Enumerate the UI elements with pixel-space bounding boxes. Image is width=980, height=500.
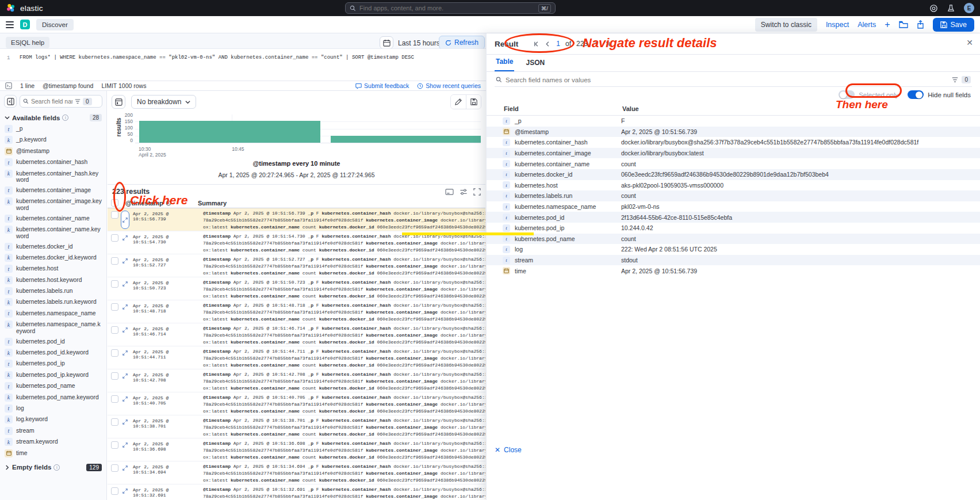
tab-json[interactable]: JSON xyxy=(525,59,546,71)
row-checkbox[interactable] xyxy=(111,372,118,380)
field-item[interactable]: klog.keyword xyxy=(5,415,102,423)
field-item[interactable]: tkubernetes.pod_ip xyxy=(5,360,102,368)
histogram-bar[interactable] xyxy=(331,136,481,143)
field-item[interactable]: kkubernetes.container_name.keyword xyxy=(5,226,102,239)
row-checkbox[interactable] xyxy=(111,280,118,288)
expand-row-icon[interactable] xyxy=(121,211,129,229)
breakdown-select[interactable]: No breakdown xyxy=(131,95,196,109)
expand-row-icon[interactable] xyxy=(121,303,129,311)
field-item[interactable]: tkubernetes.labels.run xyxy=(5,287,102,295)
row-checkbox[interactable] xyxy=(111,441,118,449)
row-checkbox[interactable] xyxy=(111,487,118,495)
field-item[interactable]: kkubernetes.docker_id.keyword xyxy=(5,254,102,262)
expand-row-icon[interactable] xyxy=(121,257,129,265)
field-item[interactable]: kkubernetes.container_image.keyword xyxy=(5,197,102,211)
open-folder-icon[interactable] xyxy=(899,21,908,29)
save-button[interactable]: Save xyxy=(933,18,975,32)
row-checkbox[interactable] xyxy=(111,349,118,357)
collapse-sidebar-icon[interactable] xyxy=(4,95,17,108)
field-item[interactable]: t_p xyxy=(5,125,102,133)
field-item[interactable]: @timestamp xyxy=(5,147,102,155)
field-item[interactable]: k_p.keyword xyxy=(5,136,102,144)
field-item[interactable]: tkubernetes.container_image xyxy=(5,186,102,194)
expand-row-icon[interactable] xyxy=(121,441,129,449)
alerts-button[interactable]: Alerts xyxy=(858,21,876,29)
row-checkbox[interactable] xyxy=(111,234,118,242)
field-item[interactable]: tkubernetes.pod_name xyxy=(5,382,102,390)
expand-row-icon[interactable] xyxy=(121,487,129,495)
timestamp-column-header[interactable]: @timestamp xyxy=(125,200,196,207)
show-recent-queries-link[interactable]: Show recent queries xyxy=(417,82,481,89)
user-avatar[interactable]: E xyxy=(964,3,974,13)
prev-page-icon[interactable] xyxy=(545,41,551,47)
date-picker-button[interactable] xyxy=(380,36,393,49)
new-search-icon[interactable]: + xyxy=(885,20,890,30)
grid-settings-icon[interactable] xyxy=(460,188,468,196)
fullscreen-icon[interactable] xyxy=(473,188,481,196)
esql-help-button[interactable]: ES|QL help xyxy=(6,37,49,48)
row-checkbox[interactable] xyxy=(111,418,118,426)
select-all-checkbox[interactable] xyxy=(111,199,118,207)
field-item[interactable]: tkubernetes.container_name xyxy=(5,215,102,223)
expand-row-icon[interactable] xyxy=(121,234,129,242)
menu-icon[interactable] xyxy=(6,21,14,28)
row-checkbox[interactable] xyxy=(111,395,118,403)
last-page-icon[interactable] xyxy=(604,41,611,47)
field-item[interactable]: tkubernetes.docker_id xyxy=(5,243,102,251)
field-item[interactable]: kkubernetes.pod_ip.keyword xyxy=(5,371,102,379)
toggle-off-switch[interactable] xyxy=(839,90,855,99)
flyout-search-input[interactable] xyxy=(506,77,948,83)
row-checkbox[interactable] xyxy=(111,326,118,334)
summary-column-header[interactable]: Summary xyxy=(198,200,227,207)
space-badge[interactable]: D xyxy=(20,20,30,29)
field-item[interactable]: kkubernetes.namespace_name.keyword xyxy=(5,320,102,334)
current-page[interactable]: 1 xyxy=(556,40,560,48)
field-item[interactable]: tstream xyxy=(5,427,102,435)
esql-editor[interactable]: 1 FROM logs* | WHERE kubernetes.namespac… xyxy=(0,48,486,81)
global-search[interactable]: ⌘/ xyxy=(345,2,556,14)
inspect-button[interactable]: Inspect xyxy=(826,21,849,29)
empty-fields-header[interactable]: Empty fields i 129 xyxy=(0,460,106,474)
first-page-icon[interactable] xyxy=(533,41,539,47)
field-item[interactable]: tkubernetes.namespace_name xyxy=(5,310,102,318)
save-visualization-icon[interactable] xyxy=(466,95,481,109)
field-item[interactable]: kkubernetes.pod_name.keyword xyxy=(5,394,102,402)
edit-visualization-icon[interactable] xyxy=(451,95,466,109)
expand-row-icon[interactable] xyxy=(121,326,129,334)
expand-row-icon[interactable] xyxy=(121,418,129,426)
field-item[interactable]: kkubernetes.pod_id.keyword xyxy=(5,349,102,357)
chart-options-icon[interactable] xyxy=(112,95,125,109)
field-item[interactable]: tkubernetes.container_hash xyxy=(5,158,102,166)
flyout-search[interactable]: 0 xyxy=(495,76,972,87)
available-fields-header[interactable]: Available fields i 28 xyxy=(0,110,106,124)
breadcrumb[interactable]: Discover xyxy=(36,19,74,30)
expand-row-icon[interactable] xyxy=(121,395,129,403)
row-checkbox[interactable] xyxy=(111,303,118,311)
refresh-button[interactable]: Refresh xyxy=(439,36,485,49)
expand-row-icon[interactable] xyxy=(121,464,129,472)
expand-row-icon[interactable] xyxy=(121,349,129,357)
editor-footer-icon[interactable] xyxy=(5,82,12,89)
value-column-header[interactable]: Value xyxy=(622,105,639,112)
dev-tools-icon[interactable] xyxy=(947,4,955,13)
close-flyout-icon[interactable]: ✕ xyxy=(966,38,973,47)
submit-feedback-link[interactable]: Submit feedback xyxy=(355,82,409,89)
field-item[interactable]: kstream.keyword xyxy=(5,438,102,446)
close-button[interactable]: ✕ Close xyxy=(495,446,522,454)
time-range-button[interactable]: Last 15 hours xyxy=(398,39,440,47)
share-icon[interactable] xyxy=(917,20,924,29)
tab-table[interactable]: Table xyxy=(495,58,514,71)
expand-row-icon[interactable] xyxy=(121,280,129,288)
switch-to-classic-button[interactable]: Switch to classic xyxy=(755,18,817,32)
next-page-icon[interactable] xyxy=(593,41,599,47)
field-search-input[interactable] xyxy=(31,98,72,105)
selected-only-toggle[interactable]: Selected only xyxy=(839,90,898,99)
field-search[interactable]: 0 xyxy=(20,95,102,108)
field-column-header[interactable]: Field xyxy=(504,105,622,112)
elastic-logo-icon[interactable] xyxy=(6,3,16,13)
row-checkbox[interactable] xyxy=(111,211,118,219)
deployment-icon[interactable] xyxy=(929,4,938,13)
field-item[interactable]: tlog xyxy=(5,404,102,413)
field-item[interactable]: kkubernetes.host.keyword xyxy=(5,276,102,284)
field-item[interactable]: tkubernetes.pod_id xyxy=(5,338,102,346)
